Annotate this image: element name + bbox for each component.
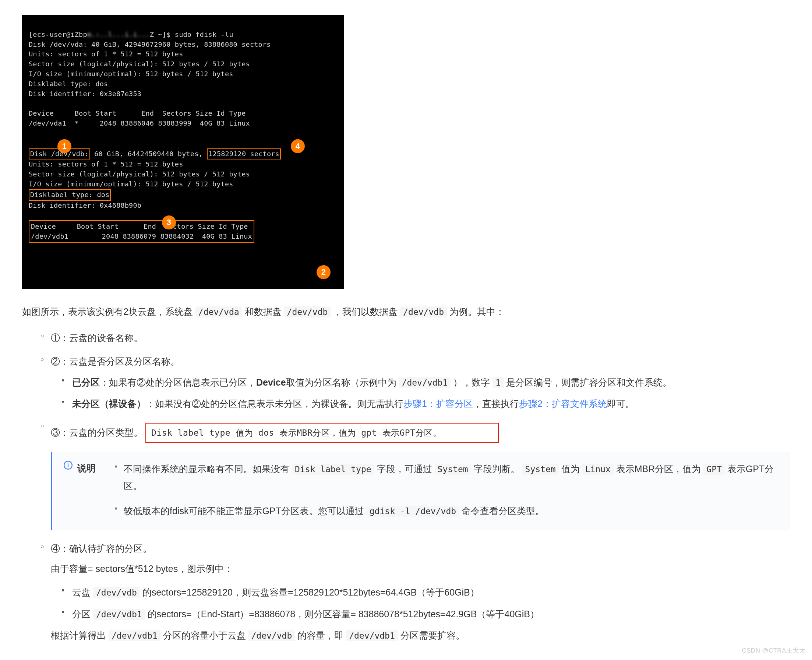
- marker-4: 4: [291, 139, 305, 153]
- term-line: Units: sectors of 1 * 512 = 512 bytes: [29, 50, 183, 58]
- terminal-screenshot: [ecs-user@iZbpm.:..l...i.i...Z ~]$ sudo …: [22, 15, 344, 289]
- note-item-2: 较低版本的fdisk可能不能正常显示GPT分区表。您可以通过 gdisk -l …: [115, 502, 779, 519]
- bullet-2: ②：云盘是否分区及分区名称。 已分区：如果有②处的分区信息表示已分区，Devic…: [41, 354, 790, 412]
- term-line: Disk identifier: 0x4688b90b: [29, 201, 141, 209]
- link-step2[interactable]: 步骤2：扩容文件系统: [519, 398, 607, 409]
- bullet-4a: 云盘 /dev/vdb 的sectors=125829120，则云盘容量=125…: [62, 584, 790, 600]
- bullet-1: ①：云盘的设备名称。: [41, 330, 790, 346]
- note-item-1: 不同操作系统的显示略有不同。如果没有 Disk label type 字段，可通…: [115, 460, 779, 495]
- term-line: [ecs-user@iZbp: [29, 30, 87, 38]
- svg-rect-2: [68, 463, 68, 463]
- note-title: 说明: [63, 460, 115, 528]
- term-line: Sector size (logical/physical): 512 byte…: [29, 60, 250, 68]
- bullet-4-sub: 由于容量= sectors值*512 bytes，图示例中：: [51, 561, 790, 577]
- code-vdb2: /dev/vdb: [400, 306, 447, 317]
- term-line: Disk /dev/vda: 40 GiB, 42949672960 bytes…: [29, 41, 271, 48]
- bullet-4: ④：确认待扩容的分区。 由于容量= sectors值*512 bytes，图示例…: [41, 541, 790, 643]
- bullet-4b: 分区 /dev/vdb1 的sectors=（End-Start）=838860…: [62, 606, 790, 622]
- highlight-disklabel: Disklabel type: dos: [29, 189, 111, 201]
- highlight-sectors: 125829120 sectors: [207, 148, 281, 160]
- svg-rect-1: [68, 465, 68, 467]
- highlight-partition: Device Boot Start End Sectors Size Id Ty…: [29, 220, 254, 243]
- watermark: CSDN @CTRA王大大: [742, 646, 806, 656]
- red-callout: Disk label type 值为 dos 表示MBR分区，值为 gpt 表示…: [146, 423, 499, 443]
- term-line: I/O size (minimum/optimal): 512 bytes / …: [29, 70, 233, 78]
- bullet-2a: 已分区：如果有②处的分区信息表示已分区，Device取值为分区名称（示例中为 /…: [62, 374, 790, 390]
- link-step1[interactable]: 步骤1：扩容分区: [404, 398, 473, 409]
- bullet-4-conclusion: 根据计算得出 /dev/vdb1 分区的容量小于云盘 /dev/vdb 的容量，…: [51, 628, 790, 643]
- marker-2: 2: [317, 265, 331, 279]
- code-vda: /dev/vda: [195, 306, 242, 317]
- code-vdb: /dev/vdb: [284, 306, 331, 317]
- term-blur: m.:..l...i.i...: [87, 30, 150, 38]
- term-line: Sector size (logical/physical): 512 byte…: [29, 170, 250, 178]
- marker-1: 1: [57, 139, 71, 153]
- term-line: Z ~]$ sudo fdisk -lu: [150, 30, 233, 38]
- bullet-2b: 未分区（裸设备）：如果没有②处的分区信息表示未分区，为裸设备。则无需执行步骤1：…: [62, 396, 790, 412]
- term-line: Disk identifier: 0x3e87e353: [29, 90, 141, 98]
- bullet-3: ③：云盘的分区类型。 Disk label type 值为 dos 表示MBR分…: [41, 420, 790, 443]
- term-line: /dev/vda1 * 2048 83886046 83883999 40G 8…: [29, 119, 250, 127]
- term-line: Device Boot Start End Sectors Size Id Ty…: [29, 109, 246, 117]
- intro-text: 如图所示，表示该实例有2块云盘，系统盘 /dev/vda 和数据盘 /dev/v…: [22, 304, 790, 320]
- note-box: 说明 不同操作系统的显示略有不同。如果没有 Disk label type 字段…: [51, 452, 790, 531]
- marker-3: 3: [162, 216, 176, 230]
- info-icon: [63, 460, 73, 470]
- term-line: Disklabel type: dos: [29, 80, 108, 88]
- term-line: I/O size (minimum/optimal): 512 bytes / …: [29, 180, 233, 188]
- term-line: Units: sectors of 1 * 512 = 512 bytes: [29, 160, 183, 168]
